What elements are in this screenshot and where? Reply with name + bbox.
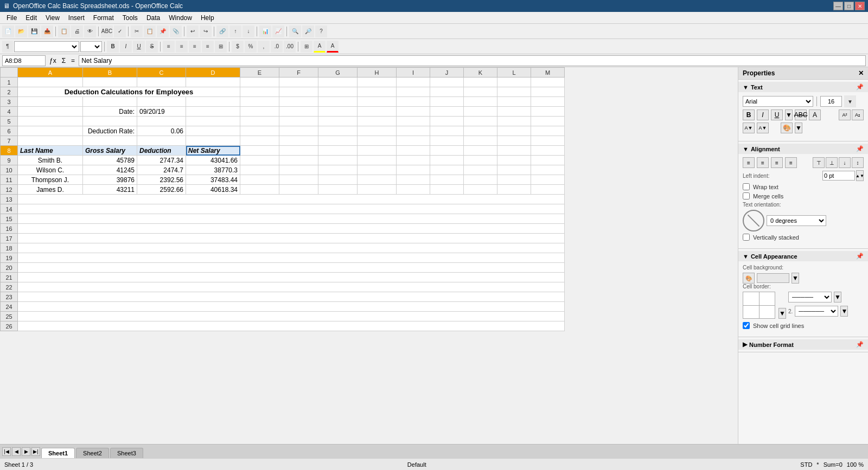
row-header-3[interactable]: 3 <box>1 97 18 107</box>
styles-dropdown[interactable]: ¶ <box>2 41 13 53</box>
cell-l9[interactable] <box>497 156 531 165</box>
cell-c6[interactable]: 0.06 <box>137 126 186 136</box>
export-pdf-button[interactable]: 📋 <box>58 25 70 37</box>
wrap-text-checkbox[interactable] <box>743 183 750 190</box>
cell-a11[interactable]: Thompson J. <box>18 175 83 185</box>
cell-d11[interactable]: 37483.44 <box>186 175 240 185</box>
dec-increase-button[interactable]: .0 <box>271 41 283 53</box>
titlebar-controls[interactable]: — □ ✕ <box>833 2 865 10</box>
cell-row21[interactable] <box>18 273 565 282</box>
cell-a9[interactable]: Smith B. <box>18 156 83 165</box>
bold-button[interactable]: B <box>107 41 119 53</box>
sheet-tab-next[interactable]: ▶ <box>22 447 30 456</box>
cell-g1[interactable] <box>318 78 358 87</box>
sheet-tab-prev[interactable]: ◀ <box>12 447 21 456</box>
cell-c11[interactable]: 2392.56 <box>137 175 186 185</box>
cell-e8[interactable] <box>240 146 279 156</box>
font-size-select[interactable]: 16 <box>80 41 102 52</box>
cell-h4[interactable] <box>358 107 397 117</box>
cell-j9[interactable] <box>430 156 464 165</box>
col-header-f[interactable]: F <box>279 68 318 78</box>
cell-appearance-pin-icon[interactable]: 📌 <box>856 253 864 260</box>
col-header-a[interactable]: A <box>18 68 83 78</box>
cell-j1[interactable] <box>430 78 464 87</box>
left-indent-input[interactable] <box>822 171 855 181</box>
cell-i4[interactable] <box>397 107 430 117</box>
cell-g2[interactable] <box>318 87 358 97</box>
panel-font-color-small-button[interactable]: A▼ <box>743 123 755 133</box>
open-button[interactable]: 📂 <box>15 25 27 37</box>
col-header-d[interactable]: D <box>186 68 240 78</box>
cell-l5[interactable] <box>497 117 531 126</box>
row-header-16[interactable]: 16 <box>1 224 18 234</box>
col-header-e[interactable]: E <box>240 68 279 78</box>
row-header-17[interactable]: 17 <box>1 234 18 243</box>
align-top-btn[interactable]: ⊤ <box>813 157 825 168</box>
cell-l7[interactable] <box>497 136 531 146</box>
cell-g4[interactable] <box>318 107 358 117</box>
cell-k9[interactable] <box>464 156 497 165</box>
cell-f9[interactable] <box>279 156 318 165</box>
cell-m8[interactable] <box>531 146 565 156</box>
cell-g3[interactable] <box>318 97 358 107</box>
cell-f11[interactable] <box>279 175 318 185</box>
maximize-button[interactable]: □ <box>844 2 854 10</box>
row-header-26[interactable]: 26 <box>1 321 18 331</box>
cell-f7[interactable] <box>279 136 318 146</box>
cell-i1[interactable] <box>397 78 430 87</box>
cell-b10[interactable]: 41245 <box>83 165 137 175</box>
bg-color-button[interactable]: A <box>314 41 326 53</box>
cell-e1[interactable] <box>240 78 279 87</box>
cell-a10[interactable]: Wilson C. <box>18 165 83 175</box>
cell-i12[interactable] <box>397 185 430 195</box>
cell-d3[interactable] <box>186 97 240 107</box>
row-header-25[interactable]: 25 <box>1 312 18 321</box>
cell-d1[interactable] <box>186 78 240 87</box>
cell-row15[interactable] <box>18 214 565 224</box>
paste-special-button[interactable]: 📎 <box>170 25 182 37</box>
sheet-tab-sheet2[interactable]: Sheet2 <box>76 448 109 458</box>
cell-j3[interactable] <box>430 97 464 107</box>
cell-g5[interactable] <box>318 117 358 126</box>
cell-h6[interactable] <box>358 126 397 136</box>
cell-h9[interactable] <box>358 156 397 165</box>
align-middle-btn[interactable]: ⊥ <box>826 157 838 168</box>
cell-c5[interactable] <box>137 117 186 126</box>
sort-asc-button[interactable]: ↑ <box>229 25 241 37</box>
cell-e10[interactable] <box>240 165 279 175</box>
cell-m7[interactable] <box>531 136 565 146</box>
font-name-select[interactable]: Arial <box>14 41 79 52</box>
panel-highlight-color-small-button[interactable]: A▼ <box>757 123 769 133</box>
cell-h5[interactable] <box>358 117 397 126</box>
cell-j6[interactable] <box>430 126 464 136</box>
cell-row22[interactable] <box>18 282 565 292</box>
spellcheck-button[interactable]: ABC <box>101 25 113 37</box>
cell-row24[interactable] <box>18 302 565 312</box>
align-center-btn[interactable]: ≡ <box>757 157 769 168</box>
cell-j8[interactable] <box>430 146 464 156</box>
panel-font-color-big-button[interactable]: 🎨 <box>781 123 793 133</box>
cell-m10[interactable] <box>531 165 565 175</box>
align-extra-btn[interactable]: ↕ <box>852 157 864 168</box>
menu-data[interactable]: Data <box>142 13 164 23</box>
function-wizard-icon[interactable]: ƒx <box>48 57 58 65</box>
cell-b5[interactable] <box>83 117 137 126</box>
strikethrough-button[interactable]: S <box>146 41 158 53</box>
cell-row25[interactable] <box>18 312 565 321</box>
panel-superscript-button[interactable]: A² <box>839 110 851 120</box>
align-left-button[interactable]: ≡ <box>163 41 175 53</box>
cell-m9[interactable] <box>531 156 565 165</box>
cell-a1[interactable] <box>18 78 83 87</box>
cell-k2[interactable] <box>464 87 497 97</box>
save-as-button[interactable]: 📥 <box>41 25 53 37</box>
italic-button[interactable]: I <box>120 41 132 53</box>
cell-m6[interactable] <box>531 126 565 136</box>
cell-h10[interactable] <box>358 165 397 175</box>
cell-k10[interactable] <box>464 165 497 175</box>
cell-g7[interactable] <box>318 136 358 146</box>
cell-m2[interactable] <box>531 87 565 97</box>
cell-i2[interactable] <box>397 87 430 97</box>
cell-b9[interactable]: 45789 <box>83 156 137 165</box>
cell-h3[interactable] <box>358 97 397 107</box>
panel-strikethrough-button[interactable]: ABC <box>795 110 807 120</box>
